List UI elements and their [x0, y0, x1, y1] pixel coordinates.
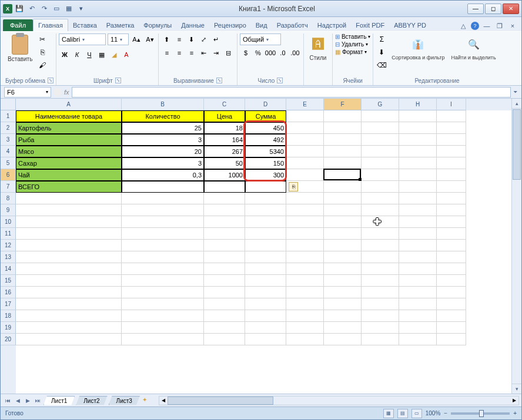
sort-filter-button[interactable]: 👔 Сортировка и фильтр [389, 33, 447, 62]
page-layout-view-icon[interactable]: ▤ [397, 409, 408, 418]
sheet-nav-first-icon[interactable]: ⏮ [3, 396, 12, 405]
sheet-tab-3[interactable]: Лист3 [109, 396, 140, 405]
cell-H9[interactable] [399, 204, 437, 216]
autofill-options-icon[interactable]: ⎘ [289, 182, 298, 191]
row-header-8[interactable]: 8 [1, 193, 16, 204]
cell-F9[interactable] [324, 204, 362, 216]
zoom-slider[interactable] [451, 412, 510, 415]
new-sheet-icon[interactable]: ✦ [142, 397, 154, 405]
cell-A13[interactable] [16, 251, 122, 263]
cell-H15[interactable] [399, 275, 437, 287]
row-header-2[interactable]: 2 [1, 122, 16, 134]
cell-G19[interactable] [362, 322, 399, 334]
cell-F11[interactable] [324, 228, 362, 240]
cell-F2[interactable] [324, 122, 362, 134]
col-header-G[interactable]: G [362, 99, 399, 110]
cell-E8[interactable] [286, 193, 324, 204]
row-header-19[interactable]: 19 [1, 322, 16, 334]
doc-restore-icon[interactable]: ❐ [494, 21, 505, 31]
paste-button[interactable]: Вставить [5, 33, 35, 63]
cell-C3[interactable]: 164 [204, 134, 245, 146]
fill-icon[interactable]: ⬇ [376, 46, 387, 58]
cell-E12[interactable] [286, 240, 324, 251]
styles-button[interactable]: 🅰 Стили [306, 33, 330, 62]
currency-icon[interactable]: $ [240, 47, 252, 59]
cell-G8[interactable] [362, 193, 399, 204]
cell-D15[interactable] [245, 275, 286, 287]
cell-H1[interactable] [399, 110, 437, 122]
find-select-button[interactable]: 🔍 Найти и выделить [449, 33, 498, 62]
cell-I14[interactable] [437, 263, 466, 275]
autosum-icon[interactable]: Σ [376, 33, 387, 45]
tab-foxit[interactable]: Foxit PDF [351, 19, 389, 31]
cell-C20[interactable] [204, 334, 245, 345]
zoom-thumb[interactable] [479, 410, 484, 417]
scroll-up-icon[interactable]: ▴ [512, 99, 521, 109]
cell-D13[interactable] [245, 251, 286, 263]
cell-A2[interactable]: Картофель [16, 122, 122, 134]
fill-color-button[interactable]: ◢ [108, 49, 120, 61]
cell-D10[interactable] [245, 216, 286, 228]
cell-A9[interactable] [16, 204, 122, 216]
cell-C1[interactable]: Цена [204, 110, 245, 122]
row-header-9[interactable]: 9 [1, 204, 16, 216]
cell-C19[interactable] [204, 322, 245, 334]
inc-decimal-icon[interactable]: .0 [277, 47, 289, 59]
cell-E4[interactable] [286, 146, 324, 157]
cell-F1[interactable] [324, 110, 362, 122]
font-name-combo[interactable]: Calibri▾ [59, 33, 106, 45]
cell-G3[interactable] [362, 134, 399, 146]
orientation-icon[interactable]: ⤢ [198, 33, 210, 45]
cell-G15[interactable] [362, 275, 399, 287]
cell-F20[interactable] [324, 334, 362, 345]
tab-developer[interactable]: Разработч [272, 19, 313, 31]
cell-I1[interactable] [437, 110, 466, 122]
cell-E5[interactable] [286, 157, 324, 169]
cell-F3[interactable] [324, 134, 362, 146]
cell-A17[interactable] [16, 298, 122, 310]
file-tab[interactable]: Файл [3, 19, 33, 31]
cell-D12[interactable] [245, 240, 286, 251]
cell-G6[interactable] [362, 169, 399, 181]
row-header-11[interactable]: 11 [1, 228, 16, 240]
cell-F5[interactable] [324, 157, 362, 169]
cell-C18[interactable] [204, 310, 245, 322]
cell-B1[interactable]: Количество [122, 110, 204, 122]
cell-A7[interactable]: ВСЕГО [16, 181, 122, 193]
cell-B16[interactable] [122, 287, 204, 298]
row-header-13[interactable]: 13 [1, 251, 16, 263]
cell-F13[interactable] [324, 251, 362, 263]
cell-E14[interactable] [286, 263, 324, 275]
select-all-corner[interactable] [1, 99, 16, 110]
cell-I2[interactable] [437, 122, 466, 134]
col-header-F[interactable]: F [324, 99, 362, 110]
row-header-6[interactable]: 6 [1, 169, 16, 181]
hscroll-thumb[interactable] [168, 397, 273, 405]
cell-B11[interactable] [122, 228, 204, 240]
cell-A16[interactable] [16, 287, 122, 298]
cell-B14[interactable] [122, 263, 204, 275]
row-header-16[interactable]: 16 [1, 287, 16, 298]
cell-G10[interactable] [362, 216, 399, 228]
cell-G14[interactable] [362, 263, 399, 275]
cell-I9[interactable] [437, 204, 466, 216]
align-right-icon[interactable]: ≡ [186, 47, 198, 59]
align-middle-icon[interactable]: ≡ [173, 33, 185, 45]
col-header-C[interactable]: C [204, 99, 245, 110]
clipboard-launcher[interactable]: ⤡ [48, 78, 53, 83]
row-header-1[interactable]: 1 [1, 110, 16, 122]
sheet-nav-prev-icon[interactable]: ◀ [13, 396, 22, 405]
cut-icon[interactable]: ✂ [36, 33, 48, 45]
row-header-3[interactable]: 3 [1, 134, 16, 146]
cell-H17[interactable] [399, 298, 437, 310]
cell-C14[interactable] [204, 263, 245, 275]
redo-icon[interactable]: ↷ [39, 4, 49, 14]
hscroll-right-icon[interactable]: ▶ [510, 397, 518, 405]
format-button[interactable]: ▦Формат▾ [335, 49, 367, 55]
cell-I20[interactable] [437, 334, 466, 345]
cell-I19[interactable] [437, 322, 466, 334]
tab-data[interactable]: Данные [176, 19, 209, 31]
scroll-down-icon[interactable]: ▾ [512, 384, 521, 394]
cell-B4[interactable]: 20 [122, 146, 204, 157]
bold-button[interactable]: Ж [59, 49, 71, 61]
